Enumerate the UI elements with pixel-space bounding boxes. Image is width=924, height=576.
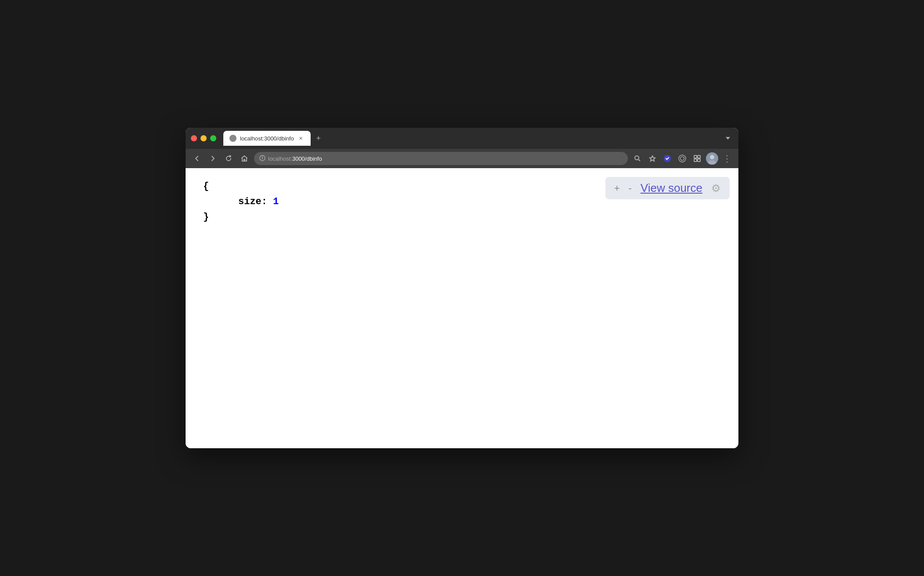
extension2-icon[interactable]: [676, 152, 688, 165]
svg-rect-12: [694, 159, 697, 162]
nav-icons: ⋮: [631, 152, 733, 165]
tab-close-button[interactable]: ✕: [297, 135, 304, 142]
minimize-traffic-light[interactable]: [201, 135, 207, 141]
json-close-brace: }: [203, 212, 209, 223]
reload-button[interactable]: [222, 152, 235, 165]
close-traffic-light[interactable]: [191, 135, 197, 141]
tab-title: localhost:3000/dbinfo: [240, 135, 294, 142]
menu-icon[interactable]: ⋮: [721, 152, 733, 165]
tab-favicon: [229, 135, 236, 142]
svg-point-9: [679, 155, 686, 162]
zoom-in-button[interactable]: +: [614, 184, 620, 193]
nav-bar: localhost:3000/dbinfo: [186, 149, 738, 168]
svg-point-5: [635, 156, 639, 160]
json-toolbar: + - View source ⚙: [605, 177, 730, 199]
browser-window: localhost:3000/dbinfo ✕ +: [186, 128, 738, 448]
svg-marker-1: [726, 137, 730, 140]
back-button[interactable]: [191, 152, 203, 165]
url-path: 3000/dbinfo: [292, 155, 322, 162]
svg-point-0: [231, 137, 235, 140]
svg-point-15: [708, 160, 716, 165]
json-key: size: [238, 196, 261, 207]
shield-icon[interactable]: [661, 152, 673, 165]
content-area: + - View source ⚙ { size: 1 }: [186, 168, 738, 448]
json-value: 1: [273, 196, 279, 207]
maximize-traffic-light[interactable]: [210, 135, 216, 141]
address-bar[interactable]: localhost:3000/dbinfo: [254, 152, 628, 165]
svg-rect-11: [698, 155, 700, 158]
view-source-button[interactable]: View source: [641, 181, 702, 195]
svg-point-14: [710, 155, 714, 159]
json-settings-icon[interactable]: ⚙: [711, 182, 721, 194]
svg-marker-7: [650, 156, 655, 161]
search-icon[interactable]: [631, 152, 644, 165]
traffic-lights: [191, 135, 216, 141]
svg-rect-10: [694, 155, 697, 158]
browser-dropdown-icon[interactable]: [723, 133, 733, 144]
active-tab[interactable]: localhost:3000/dbinfo ✕: [223, 131, 311, 146]
address-bar-url: localhost:3000/dbinfo: [268, 155, 322, 162]
new-tab-button[interactable]: +: [312, 132, 325, 144]
title-bar: localhost:3000/dbinfo ✕ +: [186, 128, 738, 149]
svg-rect-13: [698, 159, 700, 162]
json-colon: :: [261, 196, 273, 207]
extensions-icon[interactable]: [691, 152, 703, 165]
zoom-out-button[interactable]: -: [629, 184, 632, 193]
svg-line-6: [638, 159, 640, 161]
json-open-brace: {: [203, 181, 209, 192]
address-bar-info-icon: [259, 155, 265, 162]
bookmark-icon[interactable]: [646, 152, 659, 165]
home-button[interactable]: [238, 152, 251, 165]
profile-icon[interactable]: [706, 152, 718, 165]
forward-button[interactable]: [207, 152, 219, 165]
url-protocol: localhost:: [268, 155, 292, 162]
svg-point-4: [262, 157, 263, 157]
tab-bar: localhost:3000/dbinfo ✕ +: [223, 131, 719, 146]
